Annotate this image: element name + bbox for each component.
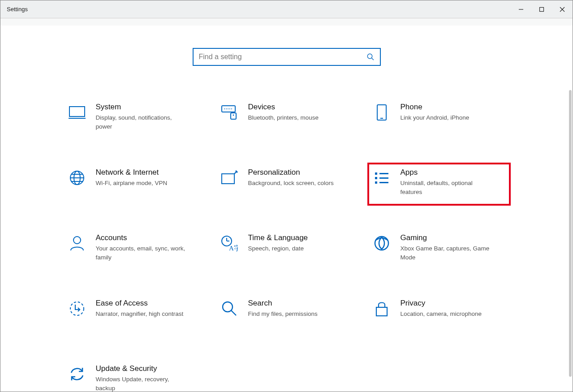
scrollbar[interactable] — [569, 90, 572, 377]
tile-system[interactable]: System Display, sound, notifications, po… — [63, 97, 206, 140]
svg-point-13 — [231, 108, 232, 109]
ribbon-strip — [0, 18, 573, 26]
tile-phone[interactable]: Phone Link your Android, iPhone — [367, 97, 511, 140]
tile-desc: Your accounts, email, sync, work, family — [96, 244, 190, 262]
tile-title: Personalization — [248, 168, 334, 177]
apps-icon — [373, 169, 391, 187]
search-box[interactable] — [193, 48, 381, 66]
svg-point-38 — [223, 302, 233, 312]
svg-point-4 — [367, 54, 372, 58]
svg-point-37 — [70, 302, 84, 315]
content-area: System Display, sound, notifications, po… — [0, 26, 573, 392]
search-icon[interactable] — [366, 53, 375, 61]
tile-title: Network & Internet — [96, 168, 168, 177]
tile-privacy[interactable]: Privacy Location, camera, microphone — [367, 293, 511, 336]
tile-title: Accounts — [96, 233, 190, 242]
svg-rect-40 — [376, 307, 387, 316]
gaming-icon — [373, 234, 391, 252]
svg-point-9 — [224, 108, 225, 109]
tile-devices[interactable]: Devices Bluetooth, printers, mouse — [215, 97, 358, 140]
tile-personalization[interactable]: Personalization Background, lock screen,… — [215, 163, 358, 206]
tile-accounts[interactable]: Accounts Your accounts, email, sync, wor… — [63, 228, 206, 271]
maximize-icon — [539, 7, 544, 12]
tile-desc: Location, camera, microphone — [401, 310, 482, 319]
svg-rect-26 — [375, 177, 377, 179]
tile-title: Gaming — [401, 233, 495, 242]
svg-point-15 — [233, 115, 234, 116]
tile-desc: Windows Update, recovery, backup — [96, 375, 190, 392]
personalization-icon — [220, 169, 238, 187]
tile-apps[interactable]: Apps Uninstall, defaults, optional featu… — [367, 163, 511, 206]
tile-title: System — [96, 103, 190, 112]
tile-desc: Speech, region, date — [248, 244, 308, 253]
window-title: Settings — [7, 6, 28, 13]
minimize-icon — [518, 7, 524, 12]
svg-point-11 — [228, 108, 228, 109]
tile-update[interactable]: Update & Security Windows Update, recove… — [63, 359, 206, 392]
search-category-icon — [220, 300, 238, 318]
tile-title: Apps — [401, 168, 495, 177]
svg-rect-1 — [540, 7, 544, 11]
tile-title: Time & Language — [248, 233, 308, 242]
settings-grid: System Display, sound, notifications, po… — [0, 97, 573, 392]
svg-line-39 — [231, 310, 236, 315]
tile-desc: Find my files, permissions — [248, 310, 318, 319]
ease-of-access-icon — [68, 300, 86, 318]
tile-title: Phone — [401, 103, 470, 112]
svg-text:A字: A字 — [229, 245, 238, 251]
svg-point-36 — [375, 237, 388, 250]
time-language-icon: A字 — [220, 234, 238, 252]
tile-desc: Narrator, magnifier, high contrast — [96, 310, 184, 319]
phone-icon — [373, 103, 391, 121]
tile-title: Privacy — [401, 299, 482, 308]
tile-title: Devices — [248, 103, 319, 112]
accounts-icon — [68, 234, 86, 252]
tile-title: Search — [248, 299, 318, 308]
close-icon — [560, 7, 565, 12]
globe-icon — [68, 169, 86, 187]
svg-rect-6 — [69, 107, 85, 116]
tile-desc: Link your Android, iPhone — [401, 113, 470, 122]
system-icon — [68, 103, 86, 121]
tile-desc: Uninstall, defaults, optional features — [401, 179, 495, 196]
svg-line-5 — [371, 58, 374, 60]
titlebar: Settings — [0, 0, 573, 18]
tile-title: Ease of Access — [96, 299, 184, 308]
update-icon — [68, 365, 86, 383]
svg-rect-25 — [375, 172, 377, 175]
svg-rect-23 — [222, 174, 234, 184]
search-input[interactable] — [199, 53, 366, 61]
tile-network[interactable]: Network & Internet Wi-Fi, airplane mode,… — [63, 163, 206, 206]
svg-point-31 — [73, 237, 81, 244]
tile-search[interactable]: Search Find my files, permissions — [215, 293, 358, 336]
svg-rect-27 — [375, 181, 377, 184]
tile-title: Update & Security — [96, 364, 190, 373]
svg-rect-14 — [231, 113, 236, 119]
tile-time[interactable]: A字 Time & Language Speech, region, date — [215, 228, 358, 271]
svg-rect-16 — [377, 105, 386, 120]
window-controls — [511, 0, 573, 18]
maximize-button[interactable] — [531, 0, 552, 18]
tile-desc: Bluetooth, printers, mouse — [248, 113, 319, 122]
tile-desc: Display, sound, notifications, power — [96, 113, 190, 131]
svg-point-10 — [226, 108, 227, 109]
tile-gaming[interactable]: Gaming Xbox Game Bar, captures, Game Mod… — [367, 228, 511, 271]
tile-desc: Xbox Game Bar, captures, Game Mode — [401, 244, 495, 262]
lock-icon — [373, 300, 391, 318]
close-button[interactable] — [552, 0, 573, 18]
devices-icon — [220, 103, 238, 121]
minimize-button[interactable] — [511, 0, 531, 18]
svg-point-12 — [229, 108, 230, 109]
tile-desc: Background, lock screen, colors — [248, 179, 334, 188]
tile-desc: Wi-Fi, airplane mode, VPN — [96, 179, 168, 188]
tile-ease[interactable]: Ease of Access Narrator, magnifier, high… — [63, 293, 206, 336]
search-wrap — [0, 48, 573, 66]
